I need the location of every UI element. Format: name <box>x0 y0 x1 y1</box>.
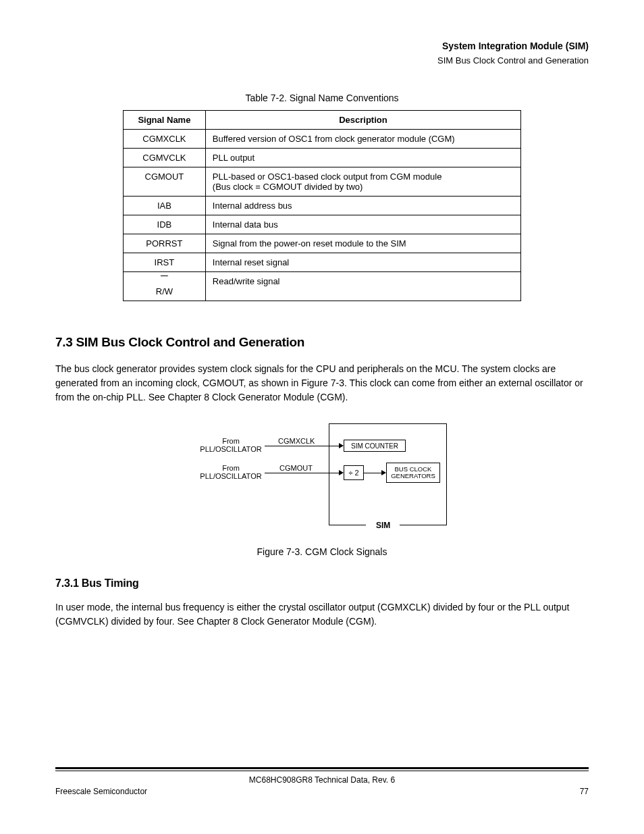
signal-table: Signal Name Description CGMXCLK Buffered… <box>123 110 521 301</box>
footer-rule-thick <box>55 767 589 769</box>
desc-cell: Internal reset signal <box>205 253 520 272</box>
div-2-box: ÷ 2 <box>344 465 364 480</box>
section-7-3-1-heading: 7.3.1 Bus Timing <box>55 577 589 590</box>
table-row: IDB Internal data bus <box>124 215 521 234</box>
table-row: IAB Internal address bus <box>124 197 521 215</box>
table-header-row: Signal Name Description <box>124 111 521 130</box>
col-header-signal: Signal Name <box>124 111 206 130</box>
table-row: CGMVCLK PLL output <box>124 149 521 167</box>
sim-label: SIM <box>376 521 390 530</box>
footer-company: Freescale Semiconductor <box>55 787 147 796</box>
desc-cell: PLL output <box>205 149 520 167</box>
section-7-3-paragraph: The bus clock generator provides system … <box>55 362 589 405</box>
figure-7-3: SIM FromPLL/OSCILLATOR CGMXCLK SIM COUNT… <box>55 423 589 538</box>
cgmxclk-line <box>265 446 340 446</box>
signal-cell: CGMVCLK <box>124 149 206 167</box>
table-row: CGMXCLK Buffered version of OSC1 from cl… <box>124 130 521 149</box>
desc-cell: PLL-based or OSC1-based clock output fro… <box>205 167 520 197</box>
div2-to-gen-line <box>364 473 383 473</box>
rw-label: R/W <box>156 286 173 296</box>
cgmout-line <box>265 473 340 473</box>
page-footer: MC68HC908GR8 Technical Data, Rev. 6 Free… <box>55 767 589 796</box>
figure-7-3-caption: Figure 7-3. CGM Clock Signals <box>55 546 589 557</box>
footer-rule-thin <box>55 771 589 771</box>
signal-cell: IAB <box>124 197 206 215</box>
from-label-1: FromPLL/OSCILLATOR <box>197 437 265 453</box>
cgmxclk-label: CGMXCLK <box>278 437 315 445</box>
page-header-subtitle: SIM Bus Clock Control and Generation <box>55 55 589 66</box>
desc-cell: Buffered version of OSC1 from clock gene… <box>205 130 520 149</box>
desc-cell: Signal from the power-on reset module to… <box>205 234 520 253</box>
page-header-section: System Integration Module (SIM) <box>55 41 589 51</box>
section-7-3-1-paragraph: In user mode, the internal bus frequency… <box>55 600 589 629</box>
col-header-desc: Description <box>205 111 520 130</box>
desc-cell: Read/write signal <box>205 272 520 301</box>
div2-to-gen-arrow-icon <box>381 470 386 475</box>
from-label-2: FromPLL/OSCILLATOR <box>197 464 265 480</box>
cgmout-arrow-icon <box>339 470 344 475</box>
cgmxclk-arrow-icon <box>339 443 344 448</box>
table-title: Table 7-2. Signal Name Conventions <box>55 93 589 103</box>
footer-page-number: 77 <box>580 787 589 796</box>
table-row: PORRST Signal from the power-on reset mo… <box>124 234 521 253</box>
signal-cell: IRST <box>124 253 206 272</box>
table-row: IRST Internal reset signal <box>124 253 521 272</box>
sim-bottom-right <box>400 525 447 525</box>
bus-clock-gen-box: BUS CLOCKGENERATORS <box>386 463 440 483</box>
footer-doc-title: MC68HC908GR8 Technical Data, Rev. 6 <box>55 775 589 785</box>
cgmout-label: CGMOUT <box>279 464 313 472</box>
table-row: R/W Read/write signal <box>124 272 521 301</box>
desc-cell: Internal data bus <box>205 215 520 234</box>
desc-cell: Internal address bus <box>205 197 520 215</box>
signal-cell: CGMXCLK <box>124 130 206 149</box>
signal-cell: IDB <box>124 215 206 234</box>
section-7-3-heading: 7.3 SIM Bus Clock Control and Generation <box>55 335 589 350</box>
sim-bottom-left <box>329 525 366 525</box>
signal-cell: CGMOUT <box>124 167 206 197</box>
table-row: CGMOUT PLL-based or OSC1-based clock out… <box>124 167 521 197</box>
signal-cell: R/W <box>124 272 206 301</box>
signal-cell: PORRST <box>124 234 206 253</box>
sim-counter-box: SIM COUNTER <box>344 440 406 452</box>
